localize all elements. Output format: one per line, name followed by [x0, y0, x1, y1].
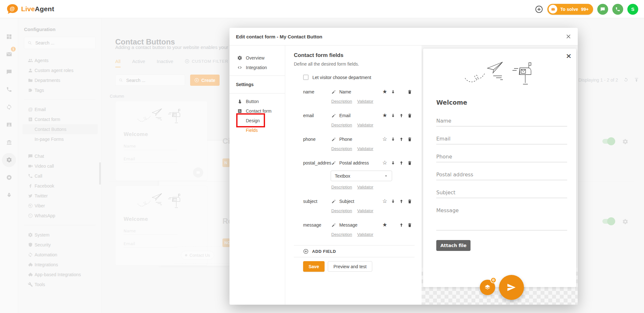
user-avatar[interactable]: S	[627, 4, 638, 15]
preview-form-field[interactable]: Postal address	[436, 172, 567, 180]
field-edit[interactable]: Phone	[331, 137, 352, 142]
add-new-icon[interactable]	[535, 5, 543, 13]
description-link[interactable]: Description	[331, 146, 352, 151]
modal-title: Edit contact form - My Contact Button	[236, 34, 322, 39]
field-edit[interactable]: Subject	[331, 199, 354, 204]
validator-link[interactable]: Validator	[357, 232, 373, 237]
description-link[interactable]: Description	[331, 123, 352, 127]
preview-form-field[interactable]: Subject	[436, 189, 567, 198]
preview-form-field[interactable]: Name	[436, 118, 567, 126]
queue-fab-button[interactable]: 0	[480, 280, 495, 295]
chats-button[interactable]	[597, 4, 608, 15]
description-link[interactable]: Description	[331, 99, 352, 104]
delete-icon[interactable]	[407, 136, 413, 142]
nav-item-label: Fields	[246, 128, 258, 133]
nav-divider	[229, 76, 285, 76]
delete-icon[interactable]	[407, 113, 413, 118]
modal-nav-item[interactable]: Integration	[229, 63, 285, 72]
required-star-icon[interactable]: ☆	[382, 198, 388, 204]
department-checkbox[interactable]	[303, 75, 309, 80]
modal-nav-item[interactable]: Overview	[229, 53, 285, 63]
field-underline	[436, 126, 567, 126]
edit-contact-form-modal: Edit contact form - My Contact Button Ov…	[229, 28, 578, 305]
field-actions: ★	[382, 89, 413, 95]
field-label: Phone	[339, 137, 352, 142]
move-up-icon[interactable]	[398, 160, 404, 166]
field-label: Subject	[339, 199, 354, 204]
field-actions: ☆	[382, 136, 413, 142]
nav-item-icon	[237, 55, 242, 60]
preview-form-field[interactable]: Message	[436, 207, 567, 230]
move-up-icon[interactable]	[398, 136, 404, 142]
move-up-icon[interactable]	[398, 222, 404, 228]
delete-icon[interactable]	[407, 198, 413, 204]
validator-link[interactable]: Validator	[357, 208, 373, 213]
required-star-icon[interactable]: ☆	[382, 136, 388, 142]
validator-link[interactable]: Validator	[357, 123, 373, 127]
preview-form-field[interactable]: Email	[436, 136, 567, 144]
move-up-icon[interactable]	[398, 113, 404, 118]
liveagent-logo[interactable]: @ LiveAgent	[6, 4, 54, 14]
modal-nav-item[interactable]: Button	[229, 97, 285, 106]
validator-link[interactable]: Validator	[357, 99, 373, 104]
move-down-icon[interactable]	[390, 113, 396, 118]
layers-icon	[484, 284, 491, 291]
nav-item-label: Integration	[246, 65, 267, 70]
nav-item-label: Contact form	[246, 108, 271, 114]
required-star-icon[interactable]: ★	[382, 113, 388, 118]
brand-live: Live	[21, 5, 35, 12]
send-fab-button[interactable]	[499, 275, 524, 300]
move-down-icon[interactable]	[390, 198, 396, 204]
move-down-icon[interactable]	[390, 160, 396, 166]
field-actions: ☆	[382, 198, 413, 204]
description-link[interactable]: Description	[331, 185, 352, 189]
close-icon[interactable]: ×	[566, 53, 572, 59]
move-down-icon[interactable]	[390, 136, 396, 142]
delete-icon[interactable]	[407, 160, 413, 166]
field-label: Message	[339, 222, 358, 228]
modal-nav: Overview Integration Settings Button	[229, 45, 285, 305]
field-edit[interactable]: Name	[331, 89, 351, 94]
preview-field-label: Phone	[436, 154, 567, 160]
preview-welcome-title: Welcome	[436, 99, 567, 106]
field-type-select[interactable]: Textbox	[331, 171, 392, 181]
delete-icon[interactable]	[407, 89, 413, 95]
delete-icon[interactable]	[407, 222, 413, 228]
field-underline	[436, 230, 567, 230]
save-button[interactable]: Save	[303, 261, 325, 272]
to-solve-button[interactable]: To solve 99+	[547, 4, 593, 15]
close-icon[interactable]	[566, 34, 571, 39]
field-key: subject	[303, 199, 331, 204]
field-edit[interactable]: Message	[331, 222, 358, 228]
preview-field-label: Subject	[436, 189, 567, 196]
field-row: subject Subject ☆	[303, 198, 415, 213]
add-field-button[interactable]: ADD FIELD	[294, 245, 415, 257]
required-star-icon[interactable]: ★	[382, 222, 388, 228]
move-up-icon[interactable]	[398, 198, 404, 204]
nav-item-icon	[237, 108, 242, 114]
preview-and-test-button[interactable]: Preview and test	[328, 261, 373, 272]
nav-item-icon	[237, 65, 242, 70]
calls-button[interactable]	[612, 4, 623, 15]
field-key: postal_address	[303, 160, 331, 165]
field-edit[interactable]: Postal address	[331, 160, 369, 165]
required-star-icon[interactable]: ★	[382, 89, 388, 95]
description-link[interactable]: Description	[331, 208, 352, 213]
preview-form-field[interactable]: Phone	[436, 154, 567, 162]
department-checkbox-row: Let visitor choose department	[303, 75, 415, 80]
modal-header: Edit contact form - My Contact Button	[229, 28, 578, 45]
field-row: email Email ★	[303, 112, 415, 127]
phone-icon	[615, 7, 620, 12]
required-star-icon[interactable]: ☆	[382, 160, 388, 166]
to-solve-label: To solve	[560, 7, 578, 12]
chat-icon	[600, 7, 605, 12]
field-row: name Name ★	[303, 88, 415, 104]
top-header: @ LiveAgent To solve 99+ S	[0, 0, 644, 18]
description-link[interactable]: Description	[331, 232, 352, 237]
field-key: email	[303, 113, 331, 118]
move-down-icon[interactable]	[390, 89, 396, 95]
validator-link[interactable]: Validator	[357, 185, 373, 189]
validator-link[interactable]: Validator	[357, 146, 373, 151]
field-edit[interactable]: Email	[331, 113, 350, 118]
attach-file-button[interactable]: Attach file	[436, 240, 471, 251]
